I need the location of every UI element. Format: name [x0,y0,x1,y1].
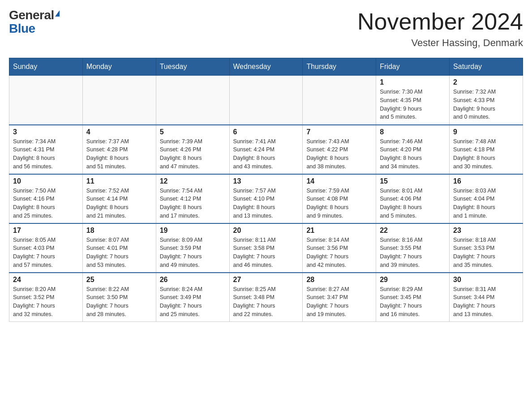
day-info: Sunrise: 7:52 AMSunset: 4:14 PMDaylight:… [86,187,152,220]
calendar-cell: 19Sunrise: 8:09 AMSunset: 3:59 PMDayligh… [156,223,229,273]
day-info: Sunrise: 8:22 AMSunset: 3:50 PMDaylight:… [86,285,152,319]
day-info: Sunrise: 7:46 AMSunset: 4:20 PMDaylight:… [380,137,446,171]
day-number: 20 [233,227,299,235]
calendar-cell [156,76,229,125]
calendar-cell: 9Sunrise: 7:48 AMSunset: 4:18 PMDaylight… [450,125,523,174]
calendar-cell [303,76,376,125]
day-number: 29 [380,276,446,284]
day-info: Sunrise: 8:29 AMSunset: 3:45 PMDaylight:… [380,285,446,319]
day-info: Sunrise: 8:20 AMSunset: 3:52 PMDaylight:… [13,285,79,319]
calendar-header-thursday: Thursday [303,58,376,76]
day-number: 3 [13,128,79,136]
calendar-header-sunday: Sunday [9,58,83,76]
calendar-week-3: 10Sunrise: 7:50 AMSunset: 4:16 PMDayligh… [9,174,523,223]
day-info: Sunrise: 7:37 AMSunset: 4:28 PMDaylight:… [86,137,152,171]
calendar-cell: 29Sunrise: 8:29 AMSunset: 3:45 PMDayligh… [376,273,450,322]
day-info: Sunrise: 7:59 AMSunset: 4:08 PMDaylight:… [306,187,372,220]
day-info: Sunrise: 7:43 AMSunset: 4:22 PMDaylight:… [306,137,372,171]
day-info: Sunrise: 7:32 AMSunset: 4:33 PMDaylight:… [453,88,519,121]
day-info: Sunrise: 7:34 AMSunset: 4:31 PMDaylight:… [13,137,79,171]
day-info: Sunrise: 8:18 AMSunset: 3:53 PMDaylight:… [453,236,519,270]
day-info: Sunrise: 8:01 AMSunset: 4:06 PMDaylight:… [380,187,446,220]
calendar-week-5: 24Sunrise: 8:20 AMSunset: 3:52 PMDayligh… [9,273,523,322]
calendar-cell: 30Sunrise: 8:31 AMSunset: 3:44 PMDayligh… [450,273,523,322]
day-number: 14 [306,177,372,185]
calendar-cell: 17Sunrise: 8:05 AMSunset: 4:03 PMDayligh… [9,223,83,273]
calendar-cell: 15Sunrise: 8:01 AMSunset: 4:06 PMDayligh… [376,174,450,223]
calendar-cell: 14Sunrise: 7:59 AMSunset: 4:08 PMDayligh… [303,174,376,223]
calendar-week-2: 3Sunrise: 7:34 AMSunset: 4:31 PMDaylight… [9,125,523,174]
calendar-cell: 26Sunrise: 8:24 AMSunset: 3:49 PMDayligh… [156,273,229,322]
calendar-header-tuesday: Tuesday [156,58,229,76]
calendar-cell: 27Sunrise: 8:25 AMSunset: 3:48 PMDayligh… [229,273,303,322]
day-info: Sunrise: 8:11 AMSunset: 3:58 PMDaylight:… [233,236,299,270]
calendar-header-friday: Friday [376,58,450,76]
calendar-header-row: SundayMondayTuesdayWednesdayThursdayFrid… [9,58,523,76]
calendar-cell: 23Sunrise: 8:18 AMSunset: 3:53 PMDayligh… [450,223,523,273]
day-number: 28 [306,276,372,284]
calendar-cell: 22Sunrise: 8:16 AMSunset: 3:55 PMDayligh… [376,223,450,273]
day-info: Sunrise: 7:50 AMSunset: 4:16 PMDaylight:… [13,187,79,220]
day-info: Sunrise: 7:54 AMSunset: 4:12 PMDaylight:… [160,187,226,220]
calendar-cell: 18Sunrise: 8:07 AMSunset: 4:01 PMDayligh… [82,223,156,273]
calendar-cell: 24Sunrise: 8:20 AMSunset: 3:52 PMDayligh… [9,273,83,322]
calendar-header-wednesday: Wednesday [229,58,303,76]
day-number: 22 [380,227,446,235]
calendar-table: SundayMondayTuesdayWednesdayThursdayFrid… [9,58,523,322]
day-number: 30 [453,276,519,284]
calendar-cell: 12Sunrise: 7:54 AMSunset: 4:12 PMDayligh… [156,174,229,223]
calendar-cell: 5Sunrise: 7:39 AMSunset: 4:26 PMDaylight… [156,125,229,174]
day-number: 2 [453,78,519,86]
day-number: 4 [86,128,152,136]
day-number: 19 [160,227,226,235]
day-number: 12 [160,177,226,185]
day-number: 18 [86,227,152,235]
calendar-cell: 21Sunrise: 8:14 AMSunset: 3:56 PMDayligh… [303,223,376,273]
day-info: Sunrise: 8:03 AMSunset: 4:04 PMDaylight:… [453,187,519,220]
calendar-cell [9,76,83,125]
logo: General Blue [9,9,60,36]
logo-blue-text: Blue [9,21,35,36]
day-info: Sunrise: 8:14 AMSunset: 3:56 PMDaylight:… [306,236,372,270]
location-text: Vester Hassing, Denmark [357,37,523,49]
calendar-header-monday: Monday [82,58,156,76]
day-number: 24 [13,276,79,284]
day-number: 23 [453,227,519,235]
calendar-cell: 28Sunrise: 8:27 AMSunset: 3:47 PMDayligh… [303,273,376,322]
day-info: Sunrise: 7:57 AMSunset: 4:10 PMDaylight:… [233,187,299,220]
day-info: Sunrise: 8:07 AMSunset: 4:01 PMDaylight:… [86,236,152,270]
day-number: 1 [380,78,446,86]
day-number: 21 [306,227,372,235]
day-number: 5 [160,128,226,136]
day-info: Sunrise: 8:16 AMSunset: 3:55 PMDaylight:… [380,236,446,270]
day-number: 27 [233,276,299,284]
day-number: 10 [13,177,79,185]
day-number: 9 [453,128,519,136]
day-info: Sunrise: 7:30 AMSunset: 4:35 PMDaylight:… [380,88,446,121]
calendar-cell: 3Sunrise: 7:34 AMSunset: 4:31 PMDaylight… [9,125,83,174]
calendar-cell: 11Sunrise: 7:52 AMSunset: 4:14 PMDayligh… [82,174,156,223]
calendar-cell: 25Sunrise: 8:22 AMSunset: 3:50 PMDayligh… [82,273,156,322]
day-info: Sunrise: 8:25 AMSunset: 3:48 PMDaylight:… [233,285,299,319]
day-info: Sunrise: 8:27 AMSunset: 3:47 PMDaylight:… [306,285,372,319]
calendar-cell: 6Sunrise: 7:41 AMSunset: 4:24 PMDaylight… [229,125,303,174]
day-number: 7 [306,128,372,136]
calendar-cell [229,76,303,125]
calendar-header-saturday: Saturday [450,58,523,76]
title-section: November 2024 Vester Hassing, Denmark [357,9,523,49]
calendar-cell: 20Sunrise: 8:11 AMSunset: 3:58 PMDayligh… [229,223,303,273]
calendar-cell: 10Sunrise: 7:50 AMSunset: 4:16 PMDayligh… [9,174,83,223]
day-number: 6 [233,128,299,136]
month-title: November 2024 [357,9,523,34]
calendar-cell: 16Sunrise: 8:03 AMSunset: 4:04 PMDayligh… [450,174,523,223]
day-info: Sunrise: 8:24 AMSunset: 3:49 PMDaylight:… [160,285,226,319]
day-info: Sunrise: 8:05 AMSunset: 4:03 PMDaylight:… [13,236,79,270]
day-info: Sunrise: 7:41 AMSunset: 4:24 PMDaylight:… [233,137,299,171]
day-info: Sunrise: 7:39 AMSunset: 4:26 PMDaylight:… [160,137,226,171]
calendar-cell: 4Sunrise: 7:37 AMSunset: 4:28 PMDaylight… [82,125,156,174]
calendar-cell: 8Sunrise: 7:46 AMSunset: 4:20 PMDaylight… [376,125,450,174]
day-info: Sunrise: 7:48 AMSunset: 4:18 PMDaylight:… [453,137,519,171]
calendar-cell: 7Sunrise: 7:43 AMSunset: 4:22 PMDaylight… [303,125,376,174]
day-number: 26 [160,276,226,284]
day-number: 15 [380,177,446,185]
